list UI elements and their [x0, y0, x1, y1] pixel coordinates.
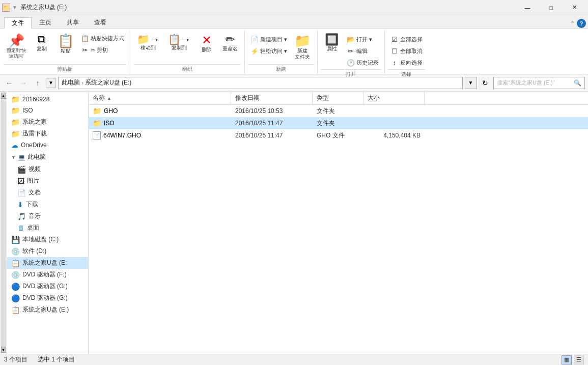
select-btns: ☑ 全部选择 ☐ 全部取消 ↕ 反向选择 — [388, 32, 425, 68]
delete-button[interactable]: ✕ 删除 — [195, 32, 218, 55]
grid-view-button[interactable]: ▦ — [562, 355, 572, 364]
sidebar-item-20160928[interactable]: 📁 20160928 — [7, 94, 88, 105]
ribbon-collapse-icon[interactable]: ⌃ — [570, 20, 575, 27]
minimize-button[interactable]: — — [516, 0, 539, 15]
sidebar-scroll-area: ▲ ▼ — [0, 92, 7, 354]
paste-button[interactable]: 📋 粘贴 — [54, 32, 77, 57]
sidebar-label-video: 视频 — [29, 165, 41, 174]
sidebar-item-iso[interactable]: 📁 ISO — [7, 105, 88, 116]
sidebar-item-desktop[interactable]: 🖥 桌面 — [7, 222, 88, 234]
history-button[interactable]: 🕐 历史记录 — [344, 57, 381, 68]
scroll-thumb — [1, 99, 6, 347]
copy-to-button[interactable]: 📋→ 复制到 — [164, 32, 194, 53]
sidebar-label-soft-d: 软件 (D:) — [22, 247, 46, 256]
folder-icon-xitong: 📁 — [11, 118, 20, 126]
recent-locations-button[interactable]: ▼ — [46, 78, 56, 88]
address-dropdown-button[interactable]: ▼ — [465, 77, 477, 89]
open-label: 打开 ▾ — [356, 36, 372, 43]
sidebar-label-music: 音乐 — [29, 212, 41, 220]
sidebar-item-dvd-f[interactable]: 💿 DVD 驱动器 (F:) — [7, 269, 88, 280]
ribbon-group-select: ☑ 全部选择 ☐ 全部取消 ↕ 反向选择 选择 — [385, 31, 428, 74]
sidebar-item-dvd-g2[interactable]: 🔵 DVD 驱动器 (G:) — [7, 292, 88, 304]
music-icon: 🎵 — [17, 212, 26, 220]
copy-button[interactable]: ⧉ 复制 — [31, 32, 53, 54]
file-row-iso[interactable]: 📁 ISO 2016/10/25 11:47 文件夹 — [89, 117, 588, 129]
col-header-size[interactable]: 大小 — [363, 92, 425, 104]
sidebar-item-downloads[interactable]: ⬇ 下载 — [7, 199, 88, 210]
main-content: ▲ ▼ 📁 20160928 📁 ISO 📁 系统之家 📁 迅雷下载 ☁ One… — [0, 92, 588, 354]
new-folder-button[interactable]: 📁 新建文件夹 — [291, 32, 314, 63]
file-cell-size-64win7: 4,150,404 KB — [363, 132, 425, 139]
sidebar-item-soft-d[interactable]: 💿 软件 (D:) — [7, 245, 88, 257]
sidebar-label-20160928: 20160928 — [22, 96, 49, 103]
local-c-icon: 💾 — [11, 236, 20, 244]
sidebar-item-onedrive[interactable]: ☁ OneDrive — [7, 139, 88, 151]
col-header-type[interactable]: 类型 — [313, 92, 363, 104]
edit-button[interactable]: ✏ 编辑 — [344, 45, 381, 57]
copy-label: 复制 — [37, 46, 47, 52]
folder-icon-gho: 📁 — [93, 107, 101, 115]
open-icon: 📂 — [347, 35, 355, 43]
sidebar-item-xunlei[interactable]: 📁 迅雷下载 — [7, 128, 88, 139]
tab-view[interactable]: 查看 — [87, 17, 114, 28]
view-controls: ▦ ☰ — [562, 355, 584, 364]
rename-button[interactable]: ✏ 重命名 — [219, 32, 241, 54]
sidebar-label-xunlei: 迅雷下载 — [22, 129, 47, 138]
easy-access-button[interactable]: ⚡ 轻松访问 ▾ — [248, 45, 290, 57]
file-row-64win7[interactable]: 📄 64WIN7.GHO 2016/10/25 11:47 GHO 文件 4,1… — [89, 129, 588, 142]
cut-icon: ✂ — [81, 46, 89, 54]
address-bar[interactable]: 此电脑 › 系统之家U盘 (E:) — [58, 77, 463, 89]
paste-shortcut-button[interactable]: 📋 粘贴快捷方式 — [78, 33, 127, 44]
tab-share[interactable]: 共享 — [59, 17, 87, 28]
list-view-button[interactable]: ☰ — [574, 355, 584, 364]
invert-select-button[interactable]: ↕ 反向选择 — [388, 57, 425, 68]
new-item-button[interactable]: 📄 新建项目 ▾ — [248, 34, 290, 45]
sidebar-item-docs[interactable]: 📄 文档 — [7, 187, 88, 199]
col-header-date[interactable]: 修改日期 — [231, 92, 313, 104]
refresh-button[interactable]: ↻ — [479, 77, 491, 89]
back-button[interactable]: ← — [3, 77, 15, 89]
close-button[interactable]: ✕ — [563, 0, 586, 15]
folder-icon-20160928: 📁 — [11, 95, 20, 103]
tab-file[interactable]: 文件 — [4, 17, 32, 29]
delete-icon: ✕ — [202, 34, 212, 46]
maximize-button[interactable]: □ — [539, 0, 563, 15]
sidebar-item-usb-e[interactable]: 📋 系统之家U盘 (E: — [7, 257, 88, 269]
sidebar-item-dvd-g1[interactable]: 🔵 DVD 驱动器 (G:) — [7, 280, 88, 292]
pin-button[interactable]: 📌 固定到'快速访问' — [3, 32, 30, 62]
copy-to-icon: 📋→ — [168, 34, 191, 44]
properties-button[interactable]: 🔲 属性 — [321, 32, 343, 54]
cut-button[interactable]: ✂ ✂ 剪切 — [78, 44, 127, 55]
app-icon: 📁 — [2, 4, 10, 12]
open-button[interactable]: 📂 打开 ▾ — [344, 34, 381, 45]
invert-select-label: 反向选择 — [400, 59, 423, 67]
move-to-button[interactable]: 📁→ 移动到 — [133, 32, 163, 53]
scroll-up-button[interactable]: ▲ — [1, 93, 6, 99]
sidebar-item-usb-e2[interactable]: 📋 系统之家U盘 (E:) — [7, 304, 88, 316]
file-cell-type-64win7: GHO 文件 — [313, 131, 363, 140]
sidebar-item-xitong[interactable]: 📁 系统之家 — [7, 116, 88, 128]
new-folder-label: 新建文件夹 — [295, 48, 310, 60]
sidebar-item-this-pc[interactable]: ▼ 💻 此电脑 — [7, 151, 88, 163]
sidebar-label-pictures: 图片 — [27, 177, 39, 185]
sidebar-item-pictures[interactable]: 🖼 图片 — [7, 175, 88, 187]
quick-access-icon: ▼ — [12, 5, 17, 10]
breadcrumb-usb: 系统之家U盘 (E:) — [85, 78, 131, 87]
col-header-name[interactable]: 名称 ▲ — [89, 92, 231, 104]
forward-button[interactable]: → — [17, 77, 30, 89]
sidebar-item-music[interactable]: 🎵 音乐 — [7, 210, 88, 222]
scroll-down-button[interactable]: ▼ — [1, 347, 6, 353]
sidebar-item-local-c[interactable]: 💾 本地磁盘 (C:) — [7, 234, 88, 245]
select-none-button[interactable]: ☐ 全部取消 — [388, 45, 425, 57]
onedrive-icon: ☁ — [11, 141, 18, 149]
file-row-gho[interactable]: 📁 GHO 2016/10/25 10:53 文件夹 — [89, 105, 588, 117]
help-icon[interactable]: ? — [577, 19, 586, 28]
sidebar-item-video[interactable]: 🎬 视频 — [7, 163, 88, 175]
select-none-icon: ☐ — [390, 47, 399, 55]
select-all-button[interactable]: ☑ 全部选择 — [388, 34, 425, 45]
item-count: 3 个项目 — [4, 355, 27, 364]
tab-home[interactable]: 主页 — [32, 17, 59, 28]
search-bar[interactable]: 搜索"系统之家U盘 (E:)" 🔍 — [493, 77, 585, 89]
file-cell-date-64win7: 2016/10/25 11:47 — [231, 132, 313, 139]
up-button[interactable]: ↑ — [32, 77, 44, 89]
